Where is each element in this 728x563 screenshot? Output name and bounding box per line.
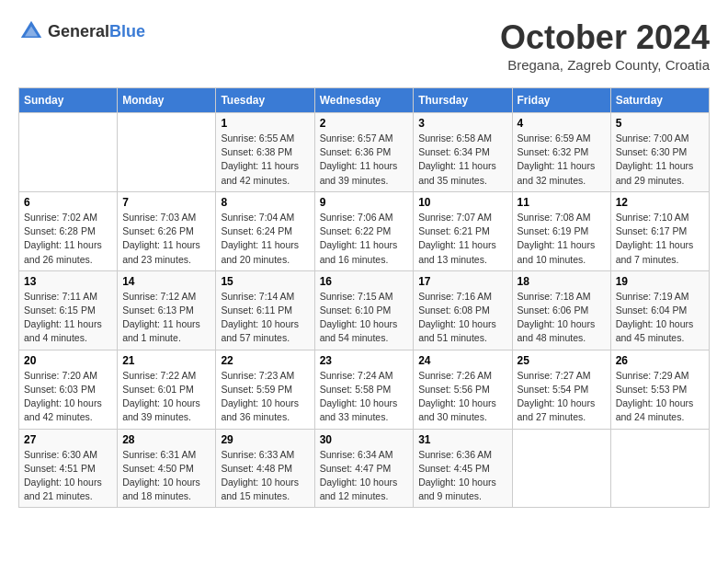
calendar-cell: 31Sunrise: 6:36 AMSunset: 4:45 PMDayligh… <box>414 429 512 508</box>
week-row-1: 1Sunrise: 6:55 AMSunset: 6:38 PMDaylight… <box>19 113 710 192</box>
calendar-cell: 6Sunrise: 7:02 AMSunset: 6:28 PMDaylight… <box>19 191 118 270</box>
day-header-monday: Monday <box>118 88 216 113</box>
calendar-cell: 10Sunrise: 7:07 AMSunset: 6:21 PMDayligh… <box>414 191 512 270</box>
calendar-cell: 18Sunrise: 7:18 AMSunset: 6:06 PMDayligh… <box>512 270 610 350</box>
day-info: Sunrise: 7:24 AMSunset: 5:58 PMDaylight:… <box>320 369 409 425</box>
calendar-table: SundayMondayTuesdayWednesdayThursdayFrid… <box>18 87 710 508</box>
day-info: Sunrise: 7:10 AMSunset: 6:17 PMDaylight:… <box>616 211 704 267</box>
month-title: October 2024 <box>500 18 710 57</box>
day-number: 29 <box>221 433 309 446</box>
day-info: Sunrise: 6:34 AMSunset: 4:47 PMDaylight:… <box>320 448 409 504</box>
day-number: 16 <box>320 275 409 288</box>
logo-text-blue: Blue <box>109 22 145 40</box>
day-info: Sunrise: 7:18 AMSunset: 6:06 PMDaylight:… <box>518 290 606 346</box>
day-number: 6 <box>24 196 112 209</box>
day-number: 20 <box>24 354 112 367</box>
day-info: Sunrise: 7:03 AMSunset: 6:26 PMDaylight:… <box>122 211 210 267</box>
day-header-saturday: Saturday <box>610 88 709 113</box>
calendar-cell: 15Sunrise: 7:14 AMSunset: 6:11 PMDayligh… <box>216 270 314 350</box>
calendar-cell: 8Sunrise: 7:04 AMSunset: 6:24 PMDaylight… <box>216 191 314 270</box>
calendar-cell: 19Sunrise: 7:19 AMSunset: 6:04 PMDayligh… <box>610 270 709 350</box>
day-header-friday: Friday <box>512 88 610 113</box>
calendar-cell: 13Sunrise: 7:11 AMSunset: 6:15 PMDayligh… <box>19 270 118 350</box>
day-header-sunday: Sunday <box>19 88 118 113</box>
calendar-cell: 9Sunrise: 7:06 AMSunset: 6:22 PMDaylight… <box>314 191 414 270</box>
calendar-cell: 14Sunrise: 7:12 AMSunset: 6:13 PMDayligh… <box>118 270 216 350</box>
logo-text-general: General <box>48 22 109 40</box>
calendar-cell <box>118 113 216 192</box>
day-number: 12 <box>616 196 704 209</box>
week-row-5: 27Sunrise: 6:30 AMSunset: 4:51 PMDayligh… <box>19 429 710 508</box>
day-number: 30 <box>320 433 409 446</box>
day-info: Sunrise: 7:15 AMSunset: 6:10 PMDaylight:… <box>320 290 409 346</box>
day-number: 18 <box>518 275 606 288</box>
logo-icon <box>18 18 44 44</box>
day-info: Sunrise: 6:33 AMSunset: 4:48 PMDaylight:… <box>221 448 309 504</box>
day-number: 8 <box>221 196 309 209</box>
day-number: 5 <box>616 117 704 130</box>
week-row-4: 20Sunrise: 7:20 AMSunset: 6:03 PMDayligh… <box>19 350 710 429</box>
day-number: 2 <box>320 117 409 130</box>
day-info: Sunrise: 6:36 AMSunset: 4:45 PMDaylight:… <box>418 448 506 504</box>
day-number: 4 <box>518 117 606 130</box>
calendar-cell: 29Sunrise: 6:33 AMSunset: 4:48 PMDayligh… <box>216 429 314 508</box>
day-info: Sunrise: 7:08 AMSunset: 6:19 PMDaylight:… <box>518 211 606 267</box>
day-info: Sunrise: 7:20 AMSunset: 6:03 PMDaylight:… <box>24 369 112 425</box>
day-info: Sunrise: 6:55 AMSunset: 6:38 PMDaylight:… <box>221 132 309 188</box>
calendar-cell: 4Sunrise: 6:59 AMSunset: 6:32 PMDaylight… <box>512 113 610 192</box>
calendar-cell: 7Sunrise: 7:03 AMSunset: 6:26 PMDaylight… <box>118 191 216 270</box>
day-number: 1 <box>221 117 309 130</box>
day-number: 31 <box>418 433 506 446</box>
day-number: 26 <box>616 354 704 367</box>
day-info: Sunrise: 6:30 AMSunset: 4:51 PMDaylight:… <box>24 448 112 504</box>
week-row-2: 6Sunrise: 7:02 AMSunset: 6:28 PMDaylight… <box>19 191 710 270</box>
calendar-cell: 23Sunrise: 7:24 AMSunset: 5:58 PMDayligh… <box>314 350 414 429</box>
day-number: 21 <box>122 354 210 367</box>
calendar-cell: 21Sunrise: 7:22 AMSunset: 6:01 PMDayligh… <box>118 350 216 429</box>
calendar-cell: 20Sunrise: 7:20 AMSunset: 6:03 PMDayligh… <box>19 350 118 429</box>
calendar-cell: 11Sunrise: 7:08 AMSunset: 6:19 PMDayligh… <box>512 191 610 270</box>
day-info: Sunrise: 7:19 AMSunset: 6:04 PMDaylight:… <box>616 290 704 346</box>
calendar-cell: 3Sunrise: 6:58 AMSunset: 6:34 PMDaylight… <box>414 113 512 192</box>
day-number: 25 <box>518 354 606 367</box>
day-info: Sunrise: 7:26 AMSunset: 5:56 PMDaylight:… <box>418 369 506 425</box>
day-number: 28 <box>122 433 210 446</box>
day-number: 10 <box>418 196 506 209</box>
day-info: Sunrise: 7:11 AMSunset: 6:15 PMDaylight:… <box>24 290 112 346</box>
day-number: 19 <box>616 275 704 288</box>
calendar-cell: 27Sunrise: 6:30 AMSunset: 4:51 PMDayligh… <box>19 429 118 508</box>
day-number: 27 <box>24 433 112 446</box>
day-number: 24 <box>418 354 506 367</box>
day-info: Sunrise: 7:04 AMSunset: 6:24 PMDaylight:… <box>221 211 309 267</box>
calendar-cell: 22Sunrise: 7:23 AMSunset: 5:59 PMDayligh… <box>216 350 314 429</box>
day-number: 17 <box>418 275 506 288</box>
day-info: Sunrise: 6:57 AMSunset: 6:36 PMDaylight:… <box>320 132 409 188</box>
day-info: Sunrise: 7:07 AMSunset: 6:21 PMDaylight:… <box>418 211 506 267</box>
calendar-cell: 28Sunrise: 6:31 AMSunset: 4:50 PMDayligh… <box>118 429 216 508</box>
day-info: Sunrise: 7:14 AMSunset: 6:11 PMDaylight:… <box>221 290 309 346</box>
day-info: Sunrise: 7:22 AMSunset: 6:01 PMDaylight:… <box>122 369 210 425</box>
day-number: 14 <box>122 275 210 288</box>
calendar-cell <box>610 429 709 508</box>
calendar-cell: 30Sunrise: 6:34 AMSunset: 4:47 PMDayligh… <box>314 429 414 508</box>
week-row-3: 13Sunrise: 7:11 AMSunset: 6:15 PMDayligh… <box>19 270 710 350</box>
calendar-cell: 2Sunrise: 6:57 AMSunset: 6:36 PMDaylight… <box>314 113 414 192</box>
day-info: Sunrise: 7:27 AMSunset: 5:54 PMDaylight:… <box>518 369 606 425</box>
day-header-tuesday: Tuesday <box>216 88 314 113</box>
day-info: Sunrise: 6:58 AMSunset: 6:34 PMDaylight:… <box>418 132 506 188</box>
calendar-cell: 25Sunrise: 7:27 AMSunset: 5:54 PMDayligh… <box>512 350 610 429</box>
day-number: 13 <box>24 275 112 288</box>
day-info: Sunrise: 7:23 AMSunset: 5:59 PMDaylight:… <box>221 369 309 425</box>
calendar-cell: 16Sunrise: 7:15 AMSunset: 6:10 PMDayligh… <box>314 270 414 350</box>
day-info: Sunrise: 7:02 AMSunset: 6:28 PMDaylight:… <box>24 211 112 267</box>
day-number: 3 <box>418 117 506 130</box>
calendar-cell: 5Sunrise: 7:00 AMSunset: 6:30 PMDaylight… <box>610 113 709 192</box>
day-header-wednesday: Wednesday <box>314 88 414 113</box>
day-number: 23 <box>320 354 409 367</box>
day-info: Sunrise: 6:59 AMSunset: 6:32 PMDaylight:… <box>518 132 606 188</box>
day-info: Sunrise: 7:06 AMSunset: 6:22 PMDaylight:… <box>320 211 409 267</box>
day-info: Sunrise: 7:29 AMSunset: 5:53 PMDaylight:… <box>616 369 704 425</box>
day-number: 7 <box>122 196 210 209</box>
calendar-cell: 24Sunrise: 7:26 AMSunset: 5:56 PMDayligh… <box>414 350 512 429</box>
day-header-thursday: Thursday <box>414 88 512 113</box>
